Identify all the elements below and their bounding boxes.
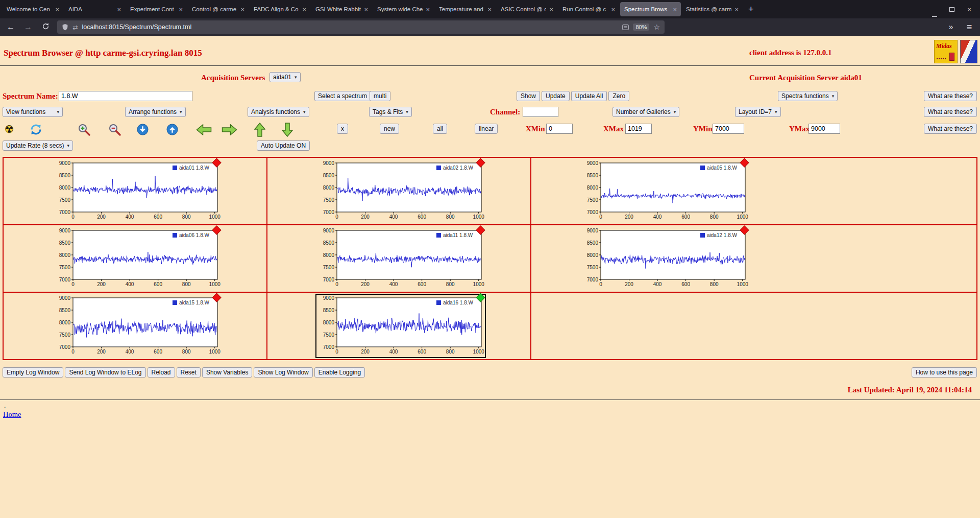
log-button-send-log-window-to-elog[interactable]: Send Log Window to ELog [65, 367, 145, 378]
spectrum-plot-aida01[interactable]: 7000750080008500900002004006008001000aid… [53, 160, 221, 222]
spectrum-canvas[interactable]: 7000750080008500900002004006008001000aid… [316, 295, 485, 357]
spectrum-canvas[interactable]: 7000750080008500900002004006008001000aid… [53, 227, 221, 290]
layout-id-dropdown[interactable]: Layout ID=7▾ [735, 107, 781, 117]
log-button-enable-logging[interactable]: Enable Logging [314, 367, 365, 378]
tab-close-icon[interactable]: × [179, 6, 183, 13]
show-button[interactable]: Show [517, 91, 540, 101]
xmin-input[interactable] [546, 124, 573, 134]
analysis-functions-dropdown[interactable]: Analysis functions▾ [248, 107, 309, 117]
log-button-reset[interactable]: Reset [177, 367, 201, 378]
spectrum-plot-aida12[interactable]: 7000750080008500900002004006008001000aid… [580, 227, 749, 290]
linear-button[interactable]: linear [475, 124, 498, 134]
auto-update-button[interactable]: Auto Update ON [257, 140, 310, 151]
browser-tab-10[interactable]: Run Control @ c× [558, 2, 619, 16]
reader-mode-icon[interactable] [622, 24, 629, 31]
tab-close-icon[interactable]: × [734, 6, 739, 13]
tab-close-icon[interactable]: × [240, 6, 244, 13]
spectrum-plot-aida02[interactable]: 7000750080008500900002004006008001000aid… [316, 160, 485, 222]
collapse-up-sphere-icon[interactable] [166, 124, 178, 135]
spectrum-name-input[interactable] [59, 91, 192, 101]
log-button-empty-log-window[interactable]: Empty Log Window [3, 367, 63, 378]
what-are-these-button-3[interactable]: What are these? [924, 124, 977, 134]
log-button-show-variables[interactable]: Show Variables [202, 367, 253, 378]
spectrum-canvas[interactable]: 7000750080008500900002004006008001000aid… [316, 227, 485, 290]
tags-fits-dropdown[interactable]: Tags & Fits▾ [369, 107, 412, 117]
ymin-input[interactable] [713, 124, 744, 134]
spectrum-canvas[interactable]: 7000750080008500900002004006008001000aid… [316, 160, 485, 222]
update-all-button[interactable]: Update All [571, 91, 607, 101]
arrow-left-icon[interactable] [196, 124, 212, 135]
x-button[interactable]: x [337, 124, 348, 134]
zero-button[interactable]: Zero [608, 91, 629, 101]
bookmark-star-icon[interactable]: ☆ [653, 23, 660, 31]
xmax-input[interactable] [625, 124, 652, 134]
spectrum-canvas[interactable]: 7000750080008500900002004006008001000aid… [580, 227, 749, 290]
spectra-functions-dropdown[interactable]: Spectra functions▾ [778, 91, 838, 101]
browser-tab-3[interactable]: Experiment Cont× [126, 2, 187, 16]
log-button-show-log-window[interactable]: Show Log Window [254, 367, 312, 378]
new-button[interactable]: new [380, 124, 399, 134]
zoom-level-badge[interactable]: 80% [633, 23, 649, 31]
what-are-these-button-2[interactable]: What are these? [924, 107, 977, 117]
all-button[interactable]: all [433, 124, 447, 134]
browser-tab-7[interactable]: System wide Che× [373, 2, 434, 16]
what-are-these-button-1[interactable]: What are these? [924, 91, 977, 101]
url-text[interactable]: localhost:8015/Spectrum/Spectrum.tml [82, 23, 191, 31]
shield-icon[interactable] [62, 23, 68, 31]
tab-close-icon[interactable]: × [549, 6, 553, 13]
spectrum-plot-aida11[interactable]: 7000750080008500900002004006008001000aid… [316, 227, 485, 290]
spectrum-plot-aida06[interactable]: 7000750080008500900002004006008001000aid… [53, 227, 221, 290]
close-window-button[interactable]: × [961, 2, 978, 17]
browser-tab-2[interactable]: AIDA× [64, 2, 125, 16]
tab-close-icon[interactable]: × [673, 6, 677, 13]
select-spectrum-dropdown[interactable]: Select a spectrum▾ [314, 91, 376, 101]
browser-tab-5[interactable]: FADC Align & Co× [250, 2, 310, 16]
reload-icon[interactable] [40, 22, 51, 32]
browser-tab-12[interactable]: Statistics @ carm× [682, 2, 743, 16]
url-bar[interactable]: ⇄ localhost:8015/Spectrum/Spectrum.tml 8… [57, 20, 665, 34]
menu-hamburger-icon[interactable]: ≡ [964, 22, 975, 33]
back-button[interactable]: ← [5, 22, 16, 32]
home-link[interactable]: Home [3, 410, 21, 419]
arrow-right-icon[interactable] [222, 124, 237, 135]
multi-button[interactable]: multi [370, 91, 390, 101]
browser-tab-1[interactable]: Welcome to Cen× [3, 2, 63, 16]
spectrum-plot-aida16[interactable]: 7000750080008500900002004006008001000aid… [316, 295, 485, 357]
browser-tab-8[interactable]: Temperature and× [435, 2, 496, 16]
how-to-use-button[interactable]: How to use this page [912, 367, 977, 378]
tab-close-icon[interactable]: × [487, 6, 492, 13]
spectrum-canvas[interactable]: 7000750080008500900002004006008001000aid… [580, 160, 749, 222]
browser-tab-4[interactable]: Control @ carme× [188, 2, 249, 16]
tab-close-icon[interactable]: × [426, 6, 430, 13]
expand-down-sphere-icon[interactable] [137, 124, 149, 135]
spectrum-canvas[interactable]: 7000750080008500900002004006008001000aid… [53, 295, 221, 357]
spectrum-plot-aida15[interactable]: 7000750080008500900002004006008001000aid… [53, 295, 221, 357]
browser-tab-9[interactable]: ASIC Control @ c× [497, 2, 557, 16]
browser-tab-11[interactable]: Spectrum Brows× [620, 2, 681, 16]
tab-close-icon[interactable]: × [364, 6, 368, 13]
overflow-chevrons-icon[interactable]: » [945, 22, 957, 32]
view-functions-dropdown[interactable]: View functions▾ [3, 107, 63, 117]
tab-close-icon[interactable]: × [611, 6, 615, 13]
radiation-icon[interactable]: ☢ [3, 123, 15, 135]
acquisition-server-select[interactable]: aida01▾ [270, 72, 301, 82]
arrange-functions-dropdown[interactable]: Arrange functions▾ [125, 107, 186, 117]
ymax-input[interactable] [808, 124, 840, 134]
tab-close-icon[interactable]: × [55, 6, 59, 13]
arrow-up-icon[interactable] [254, 123, 265, 137]
refresh-icon[interactable] [30, 123, 42, 136]
browser-tab-6[interactable]: GSI White Rabbit× [311, 2, 372, 16]
new-tab-button[interactable]: + [743, 4, 759, 15]
arrow-down-icon[interactable] [282, 123, 293, 137]
maximize-button[interactable] [943, 2, 961, 17]
spectrum-plot-aida05[interactable]: 7000750080008500900002004006008001000aid… [580, 160, 749, 222]
minimize-button[interactable] [926, 2, 943, 17]
log-button-reload[interactable]: Reload [148, 367, 175, 378]
spectrum-canvas[interactable]: 7000750080008500900002004006008001000aid… [53, 160, 221, 222]
channel-input[interactable] [523, 107, 558, 117]
update-button[interactable]: Update [542, 91, 570, 101]
zoom-in-icon[interactable] [78, 123, 91, 136]
connection-icon[interactable]: ⇄ [72, 23, 78, 31]
tab-close-icon[interactable]: × [117, 6, 121, 13]
tab-close-icon[interactable]: × [302, 6, 306, 13]
